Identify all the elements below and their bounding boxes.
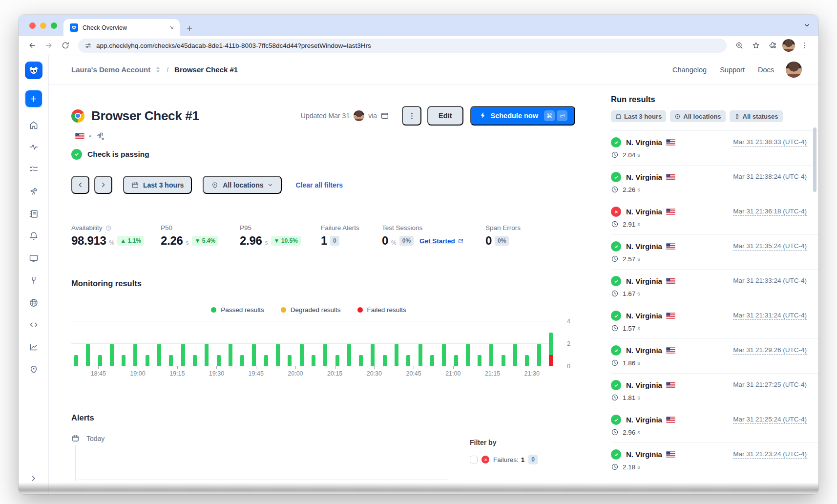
result-bar[interactable] [74, 355, 78, 366]
browser-profile-avatar[interactable] [782, 39, 795, 52]
run-timestamp-link[interactable]: Mar 31 21:27:25 (UTC-4) [733, 381, 807, 389]
result-bar[interactable] [181, 344, 185, 366]
run-result-item[interactable]: N. VirginiaMar 31 21:35:24 (UTC-4)2.57s [611, 234, 818, 269]
chip-all-locations[interactable]: All locations [670, 110, 725, 122]
close-window-button[interactable] [29, 22, 36, 29]
sidebar-item-checklist[interactable] [22, 158, 45, 181]
result-bar[interactable] [169, 355, 173, 366]
nav-changelog[interactable]: Changelog [672, 66, 707, 74]
run-result-item[interactable]: N. VirginiaMar 31 21:23:24 (UTC-4)2.18s [611, 442, 818, 477]
run-result-item[interactable]: N. VirginiaMar 31 21:27:25 (UTC-4)1.81s [611, 373, 818, 408]
chip-all-statuses[interactable]: All statuses [730, 110, 783, 122]
failures-checkbox[interactable] [470, 456, 478, 463]
run-timestamp-link[interactable]: Mar 31 21:33:24 (UTC-4) [733, 277, 807, 285]
result-bar[interactable] [335, 355, 339, 366]
more-options-button[interactable] [402, 106, 421, 126]
zoom-icon[interactable] [732, 39, 746, 52]
site-settings-icon[interactable] [84, 42, 92, 49]
run-timestamp-link[interactable]: Mar 31 21:35:24 (UTC-4) [733, 242, 807, 251]
get-started-link[interactable]: Get Started [419, 237, 464, 245]
result-bar[interactable] [312, 355, 315, 366]
result-bar[interactable] [229, 344, 232, 366]
account-switcher-icon[interactable] [154, 66, 162, 73]
result-bar[interactable] [537, 344, 541, 366]
result-bar[interactable] [252, 344, 256, 366]
sidebar-item-home[interactable] [22, 114, 45, 136]
result-bar[interactable] [133, 344, 137, 366]
sidebar-collapse-icon[interactable] [29, 474, 38, 484]
run-timestamp-link[interactable]: Mar 31 21:25:24 (UTC-4) [733, 416, 807, 424]
tab-close-icon[interactable] [169, 25, 175, 31]
result-bar[interactable] [383, 355, 387, 366]
forward-icon[interactable] [42, 39, 56, 52]
tab-search-chevron-icon[interactable] [803, 21, 811, 31]
run-timestamp-link[interactable]: Mar 31 21:23:24 (UTC-4) [733, 450, 807, 459]
sidebar-item-notebook[interactable] [22, 203, 45, 225]
run-timestamp-link[interactable]: Mar 31 21:38:24 (UTC-4) [733, 173, 807, 181]
next-range-button[interactable] [94, 176, 112, 194]
result-bar[interactable] [525, 355, 529, 366]
browser-tab[interactable]: Check Overview [63, 19, 180, 36]
chip-last-3-hours[interactable]: Last 3 hours [611, 110, 666, 122]
sidebar-item-code[interactable] [22, 314, 45, 336]
result-bar[interactable] [395, 344, 398, 366]
run-result-item[interactable]: N. VirginiaMar 31 21:33:24 (UTC-4)1.67s [611, 269, 818, 304]
result-bar[interactable] [430, 355, 434, 366]
time-range-filter[interactable]: Last 3 hours [123, 176, 192, 194]
result-bar[interactable] [217, 355, 221, 366]
sidebar-item-chart[interactable] [22, 336, 45, 358]
nav-docs[interactable]: Docs [758, 66, 774, 74]
maximize-window-button[interactable] [51, 22, 57, 29]
checkly-logo[interactable] [25, 62, 42, 79]
result-bar[interactable] [442, 344, 446, 366]
bookmark-star-icon[interactable] [749, 39, 763, 52]
breadcrumb-account[interactable]: Laura's Demo Account [71, 65, 150, 74]
result-bar[interactable] [502, 355, 505, 366]
run-result-item[interactable]: N. VirginiaMar 31 21:25:24 (UTC-4)2.96s [611, 408, 818, 442]
run-timestamp-link[interactable]: Mar 31 21:36:18 (UTC-4) [733, 208, 807, 216]
locations-filter[interactable]: All locations [203, 176, 282, 194]
result-bar[interactable] [264, 355, 268, 366]
run-results-scrollbar[interactable] [813, 127, 816, 192]
reload-icon[interactable] [59, 39, 72, 52]
result-bar[interactable] [205, 344, 209, 366]
result-bar[interactable] [98, 355, 102, 366]
result-bar[interactable] [86, 344, 90, 366]
run-result-item[interactable]: N. VirginiaMar 31 21:38:24 (UTC-4)2.26s [611, 165, 818, 200]
result-bar[interactable] [276, 344, 280, 366]
prev-range-button[interactable] [71, 176, 89, 194]
result-bar[interactable] [347, 344, 351, 366]
sidebar-item-activity[interactable] [22, 136, 45, 159]
run-result-item[interactable]: N. VirginiaMar 31 21:29:26 (UTC-4)1.86s [611, 338, 818, 373]
sidebar-item-monitor[interactable] [22, 247, 45, 270]
run-result-item[interactable]: N. VirginiaMar 31 21:36:18 (UTC-4)2.91s [611, 200, 818, 234]
result-bar[interactable] [406, 355, 410, 366]
result-bar[interactable] [122, 355, 126, 366]
edit-button[interactable]: Edit [427, 106, 463, 126]
result-bar[interactable] [418, 344, 422, 366]
result-bar[interactable] [288, 355, 292, 366]
result-bar[interactable] [323, 344, 327, 366]
new-tab-button[interactable] [186, 24, 193, 32]
result-bar[interactable] [300, 344, 304, 366]
run-timestamp-link[interactable]: Mar 31 21:29:26 (UTC-4) [733, 346, 807, 355]
result-bar[interactable] [359, 355, 363, 366]
schedule-now-button[interactable]: Schedule now ⌘ ⏎ [470, 106, 576, 126]
result-bar[interactable] [371, 344, 375, 366]
result-bar[interactable] [513, 344, 517, 366]
run-result-item[interactable]: N. VirginiaMar 31 21:38:33 (UTC-4)2.04s [611, 130, 818, 165]
result-bar[interactable] [157, 344, 161, 366]
sidebar-item-bell[interactable] [22, 225, 45, 248]
run-timestamp-link[interactable]: Mar 31 21:31:24 (UTC-4) [733, 312, 807, 320]
browser-menu-icon[interactable] [798, 39, 812, 52]
result-bar[interactable] [146, 355, 149, 366]
clear-all-filters-link[interactable]: Clear all filters [295, 181, 343, 189]
back-icon[interactable] [25, 39, 39, 52]
result-bar[interactable] [489, 344, 493, 366]
result-bar[interactable] [549, 333, 553, 366]
user-avatar[interactable] [786, 62, 802, 78]
result-bar[interactable] [240, 355, 244, 366]
run-timestamp-link[interactable]: Mar 31 21:38:33 (UTC-4) [733, 138, 807, 147]
extensions-icon[interactable] [766, 39, 779, 52]
info-icon[interactable] [105, 225, 112, 231]
